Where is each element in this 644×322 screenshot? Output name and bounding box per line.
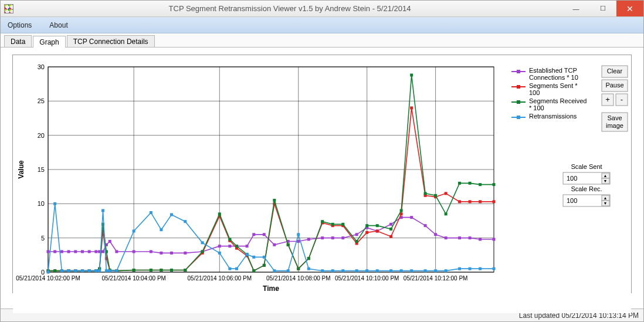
svg-rect-52	[246, 245, 249, 248]
svg-rect-68	[424, 224, 427, 227]
svg-rect-146	[287, 243, 290, 246]
svg-rect-139	[218, 212, 221, 215]
svg-rect-54	[263, 233, 266, 236]
svg-rect-147	[297, 267, 300, 270]
svg-rect-164	[493, 183, 496, 186]
svg-rect-53	[252, 233, 255, 236]
svg-text:Scale Rec.: Scale Rec.	[571, 185, 602, 192]
svg-rect-178	[133, 230, 135, 233]
svg-rect-202	[410, 269, 413, 272]
svg-text:100: 100	[529, 89, 540, 96]
svg-text:05/21/2014 10:04:00 PM: 05/21/2014 10:04:00 PM	[101, 275, 166, 282]
svg-rect-32	[60, 250, 63, 253]
menu-about[interactable]: About	[46, 20, 71, 30]
svg-text:100: 100	[567, 175, 577, 182]
svg-rect-190	[273, 269, 276, 272]
svg-rect-168	[67, 269, 70, 272]
svg-rect-138	[201, 250, 204, 253]
svg-rect-208	[479, 267, 482, 270]
tab-graph[interactable]: Graph	[33, 36, 65, 48]
svg-text:Clear: Clear	[607, 67, 623, 74]
svg-rect-194	[321, 269, 324, 272]
svg-rect-62	[355, 233, 358, 236]
svg-rect-223	[517, 116, 520, 119]
svg-rect-180	[160, 228, 162, 231]
svg-rect-170	[81, 269, 84, 272]
menu-options[interactable]: Options	[4, 20, 35, 30]
svg-rect-205	[445, 269, 448, 272]
svg-rect-137	[184, 269, 187, 272]
svg-rect-149	[321, 220, 324, 223]
svg-rect-215	[517, 85, 520, 89]
svg-rect-74	[493, 238, 496, 241]
svg-rect-116	[458, 200, 461, 203]
svg-rect-161	[458, 182, 461, 185]
svg-rect-108	[365, 231, 368, 234]
svg-rect-30	[47, 250, 50, 253]
svg-text:05/21/2014 10:02:00 PM: 05/21/2014 10:02:00 PM	[16, 275, 80, 282]
svg-rect-182	[184, 220, 187, 223]
svg-text:Time: Time	[263, 284, 279, 293]
svg-rect-171	[88, 269, 91, 272]
svg-rect-119	[493, 200, 496, 203]
svg-rect-121	[53, 269, 56, 272]
svg-rect-185	[228, 267, 231, 270]
maximize-button[interactable]: ☐	[589, 1, 616, 16]
svg-rect-219	[517, 100, 520, 104]
svg-rect-179	[150, 211, 152, 214]
svg-rect-134	[150, 269, 152, 272]
svg-rect-55	[273, 243, 276, 246]
svg-text:Retransmissions: Retransmissions	[529, 113, 577, 120]
svg-text:10: 10	[38, 200, 45, 207]
svg-text:30: 30	[38, 63, 45, 70]
svg-rect-197	[355, 269, 358, 272]
svg-text:-: -	[621, 95, 623, 104]
svg-rect-177	[115, 269, 118, 272]
app-icon	[4, 4, 13, 13]
svg-rect-188	[252, 256, 255, 259]
svg-text:+: +	[605, 95, 610, 104]
svg-rect-198	[365, 269, 368, 272]
svg-rect-166	[53, 202, 56, 205]
svg-rect-169	[74, 269, 77, 272]
svg-text:▲: ▲	[604, 196, 608, 200]
svg-text:100: 100	[567, 197, 577, 204]
svg-rect-72	[469, 236, 472, 239]
svg-rect-160	[445, 212, 448, 215]
svg-text:Established TCP: Established TCP	[529, 67, 577, 74]
svg-rect-46	[170, 252, 173, 255]
tab-data[interactable]: Data	[4, 35, 32, 47]
svg-rect-135	[160, 269, 162, 272]
svg-rect-117	[469, 200, 472, 203]
svg-rect-39	[101, 250, 104, 253]
svg-rect-199	[376, 269, 379, 272]
tab-details[interactable]: TCP Connection Details	[67, 35, 155, 47]
svg-rect-36	[88, 250, 91, 253]
svg-rect-156	[400, 209, 403, 212]
svg-rect-158	[424, 192, 427, 195]
svg-rect-35	[81, 250, 84, 253]
svg-text:* 100: * 100	[529, 104, 544, 111]
svg-rect-140	[228, 238, 231, 241]
svg-rect-148	[307, 257, 310, 260]
svg-rect-141	[235, 245, 238, 248]
close-button[interactable]: ✕	[616, 1, 643, 16]
svg-rect-57	[297, 240, 300, 243]
svg-rect-187	[246, 253, 249, 256]
svg-rect-189	[263, 256, 266, 259]
svg-text:▼: ▼	[604, 179, 608, 183]
minimize-button[interactable]: —	[562, 1, 589, 16]
svg-text:05/21/2014 10:06:00 PM: 05/21/2014 10:06:00 PM	[188, 275, 252, 282]
tab-strip: Data Graph TCP Connection Details	[1, 33, 643, 48]
svg-rect-41	[109, 240, 111, 243]
svg-text:▲: ▲	[604, 174, 608, 178]
svg-rect-136	[170, 269, 173, 272]
svg-rect-143	[252, 269, 255, 272]
menubar: Options About	[1, 17, 643, 33]
svg-rect-50	[228, 245, 231, 248]
svg-text:5: 5	[41, 235, 45, 242]
svg-rect-115	[445, 192, 448, 195]
svg-text:Value: Value	[17, 160, 25, 179]
svg-rect-184	[218, 252, 221, 255]
svg-rect-60	[331, 236, 334, 239]
